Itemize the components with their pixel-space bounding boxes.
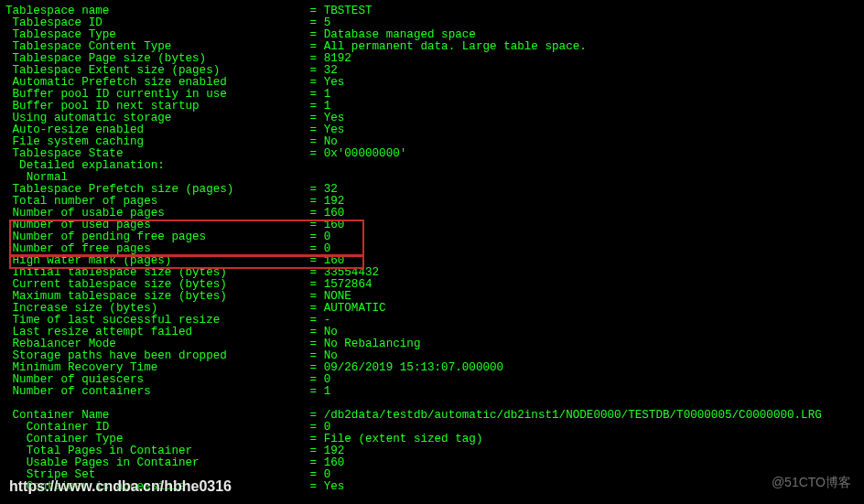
terminal-line: Number of containers = 1 [5, 386, 859, 398]
watermark-url: https://www.cndba.cn/hbhe0316 [9, 478, 232, 495]
watermark-blog: @51CTO博客 [772, 475, 851, 491]
terminal-line: Detailed explanation: [5, 160, 859, 172]
terminal-output: Tablespace name = TBSTEST Tablespace ID … [0, 0, 864, 493]
